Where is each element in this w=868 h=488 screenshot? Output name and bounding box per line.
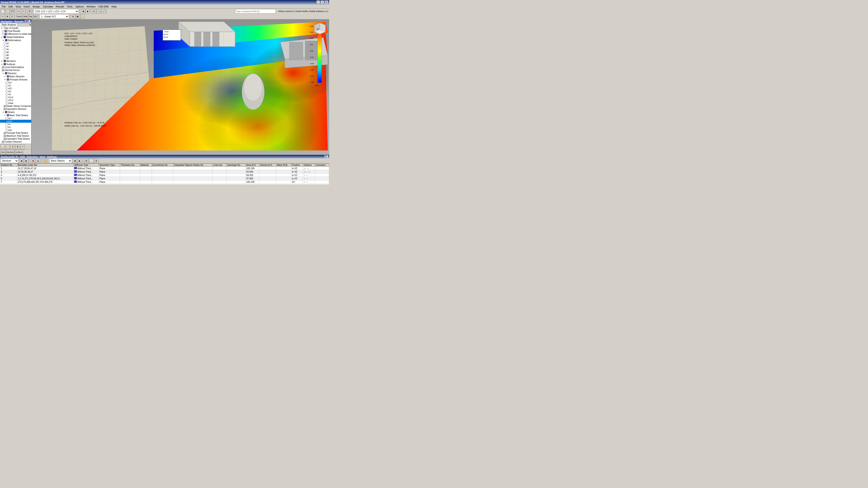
tb-calc[interactable]: ⚙ xyxy=(27,9,32,13)
nav-btn-deform[interactable]: 〰 xyxy=(20,144,25,149)
tb-view-3d[interactable]: 3D xyxy=(33,14,38,19)
nav-final-results[interactable]: Final Results xyxy=(0,30,31,33)
tb-zoom-in[interactable]: 🔍 xyxy=(96,9,101,13)
nav-phi-x[interactable]: φx xyxy=(0,51,31,54)
menu-insert[interactable]: Insert xyxy=(22,5,31,8)
table-row[interactable]: 7 273,274,388,403-397,470-459,275 Withou… xyxy=(0,180,329,184)
nav-elastic-stress-comp[interactable]: Elastic Stress Components xyxy=(0,105,31,107)
nav-global-defs[interactable]: Global Definitions xyxy=(0,35,31,39)
menu-file[interactable]: File xyxy=(0,5,7,8)
nav-principal-total-strains[interactable]: Principal Total Strains xyxy=(0,131,31,134)
table-row[interactable]: 4 4-9,268,37-58,270 Without Thick... Pla… xyxy=(0,173,329,177)
nav-btn-maxmin[interactable]: ⊕ xyxy=(16,144,20,149)
nav-phi-y[interactable]: φy xyxy=(0,54,31,57)
nav-ux[interactable]: ux xyxy=(0,45,31,48)
nav-epsy-minus-1[interactable]: εy- xyxy=(0,126,31,129)
nav-sigma2m[interactable]: σ2,m xyxy=(0,99,31,102)
nav-sigma1minus[interactable]: σ1- xyxy=(0,84,31,87)
menu-view[interactable]: View xyxy=(14,5,22,8)
tb-view-front[interactable]: Front xyxy=(16,14,22,19)
tb-measure[interactable]: 📐 xyxy=(80,14,85,19)
nav-epsx-plus[interactable]: εx+ xyxy=(0,117,31,120)
menu-tools[interactable]: Tools xyxy=(65,5,74,8)
minimize-button[interactable]: _ xyxy=(316,0,320,4)
tb-save[interactable]: 💾 xyxy=(10,9,14,13)
tb-zoom-out[interactable]: 🔎 xyxy=(101,9,106,13)
nav-phi-z[interactable]: φz xyxy=(0,57,31,59)
results-close[interactable]: ✕ xyxy=(326,155,328,158)
tb-prev-page[interactable]: ◀ xyxy=(19,159,24,163)
viewport[interactable]: -75.00 80.00 → 90.00 → xyxy=(32,20,329,155)
tb-new[interactable]: 📄 xyxy=(0,9,5,13)
nav-stresses-surf[interactable]: Stresses xyxy=(0,72,31,75)
menu-window[interactable]: Window xyxy=(85,5,97,8)
nav-btn-members-2[interactable]: Members xyxy=(6,150,15,154)
nav-btn-title-info[interactable]: ℹ xyxy=(10,144,15,149)
nav-uy[interactable]: uy xyxy=(0,48,31,51)
nav-close[interactable]: ✕ xyxy=(28,20,30,23)
tb-select[interactable]: ↖ xyxy=(0,14,5,19)
tb-filter[interactable]: 🔽 xyxy=(42,159,47,163)
results-edit[interactable]: Edit xyxy=(20,156,25,158)
tb-print[interactable]: 🖨 xyxy=(36,159,40,163)
tb-next-page[interactable]: ▶ xyxy=(24,159,29,163)
nav-basic-stresses-surf[interactable]: Basic Stresses xyxy=(0,75,31,78)
menu-assign[interactable]: Assign xyxy=(31,5,41,8)
tb-export[interactable]: 📤 xyxy=(31,159,35,163)
nav-taum[interactable]: τm xyxy=(0,93,31,96)
tb-chart[interactable]: 📈 xyxy=(89,159,94,163)
nav-max-total-strains[interactable]: Maximum Total Strains xyxy=(0,134,31,137)
tb-view-side[interactable]: Side xyxy=(23,14,28,19)
results-goto[interactable]: Go To xyxy=(11,156,18,158)
menu-cad-bim[interactable]: CAD-BIM xyxy=(97,5,110,8)
nav-equiv-stresses[interactable]: Equivalent Stresses xyxy=(0,107,31,110)
tb-obj-next[interactable]: ▶ xyxy=(77,159,82,163)
tb-open[interactable]: 📂 xyxy=(5,9,10,13)
nav-basic-total-strains[interactable]: Basic Total Strains xyxy=(0,113,31,117)
tb-snap[interactable]: ⊕ xyxy=(71,14,75,19)
tb-table-settings[interactable]: ⚙ xyxy=(94,159,98,163)
tb-redo[interactable]: ↪ xyxy=(21,9,26,13)
results-view[interactable]: View xyxy=(39,156,45,158)
tb-obj-prev[interactable]: ◀ xyxy=(72,159,77,163)
menu-calculate[interactable]: Calculate xyxy=(41,5,55,8)
nav-sigma1plus[interactable]: σ1+ xyxy=(0,81,31,84)
maximize-button[interactable]: □ xyxy=(320,0,324,4)
nav-members[interactable]: Members xyxy=(0,59,31,63)
nav-deformations[interactable]: Deformations xyxy=(0,39,31,42)
nav-sigma2minus[interactable]: σ2- xyxy=(0,90,31,93)
menu-help[interactable]: Help xyxy=(110,5,118,8)
nav-sigma2plus[interactable]: σ2+ xyxy=(0,87,31,90)
results-minimize[interactable]: _ xyxy=(324,155,326,158)
nav-equiv-total-strains[interactable]: Equivalent Total Strains xyxy=(0,137,31,140)
tb-prev-result[interactable]: ◀ xyxy=(81,9,85,13)
tb-rotate[interactable]: ↻ xyxy=(10,14,14,19)
nav-btn-results[interactable]: 📊 xyxy=(0,144,5,149)
table-row[interactable]: 5 1,2,14,271,270-65,28-3,166,69,262,262,… xyxy=(0,177,329,180)
nav-tab-static[interactable]: Static Analysis xyxy=(0,23,18,26)
tb-next-result[interactable]: ▶ xyxy=(86,9,90,13)
view-combo[interactable]: 1 - Global XYZ xyxy=(39,14,69,19)
filter-combo[interactable]: Structure xyxy=(0,159,19,163)
nav-tab-close[interactable]: ✕ xyxy=(29,23,31,26)
nav-diff-initial[interactable]: Differences to initial state xyxy=(0,33,31,35)
results-selection[interactable]: Selection xyxy=(27,156,38,158)
nav-btn-lines[interactable]: Lines xyxy=(0,150,6,154)
menu-edit[interactable]: Edit xyxy=(7,5,14,8)
table-row[interactable]: 1 16,17,28,65-47,18 Without Thick... Pla… xyxy=(0,167,329,170)
menu-results[interactable]: Results xyxy=(55,5,66,8)
nav-local-deformations[interactable]: Local Deformations xyxy=(0,66,31,69)
tb-view-top[interactable]: Top xyxy=(28,14,33,19)
close-button[interactable]: ✕ xyxy=(324,0,328,4)
nav-epsyy-plus[interactable]: ● εyy+ xyxy=(0,120,31,123)
nav-uz[interactable]: uz xyxy=(0,42,31,45)
tb-zoom-fit[interactable]: ⊡ xyxy=(92,9,96,13)
search-input[interactable] xyxy=(235,9,276,13)
tb-undo[interactable]: ↩ xyxy=(16,9,21,13)
lc-combo[interactable]: CO2: LC1 + LC2 + LC3 + LC4 xyxy=(34,9,79,13)
nav-surfaces[interactable]: Surfaces xyxy=(0,63,31,66)
nav-type-results[interactable]: Type of results xyxy=(0,26,31,30)
nav-sigma1m[interactable]: σ1,m xyxy=(0,96,31,99)
nav-pin[interactable]: 📌 xyxy=(25,20,28,23)
nav-epsx-minus[interactable]: εx- xyxy=(0,123,31,126)
